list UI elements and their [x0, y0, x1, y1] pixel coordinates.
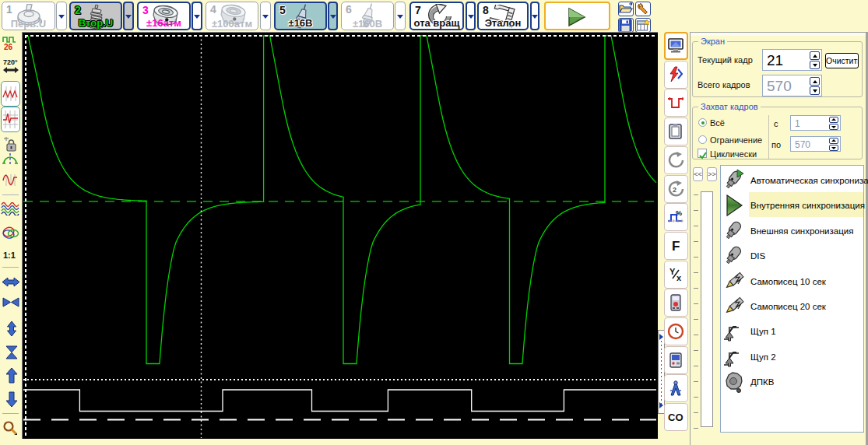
- svg-text:2: 2: [673, 186, 676, 194]
- svg-text:x: x: [676, 273, 682, 282]
- svg-text:1:1: 1:1: [3, 251, 16, 260]
- svg-text:%: %: [676, 209, 682, 217]
- svg-text:720°: 720°: [3, 58, 18, 66]
- svg-text:CO: CO: [668, 412, 684, 423]
- svg-text:F: F: [672, 239, 680, 254]
- svg-text:26: 26: [4, 43, 13, 51]
